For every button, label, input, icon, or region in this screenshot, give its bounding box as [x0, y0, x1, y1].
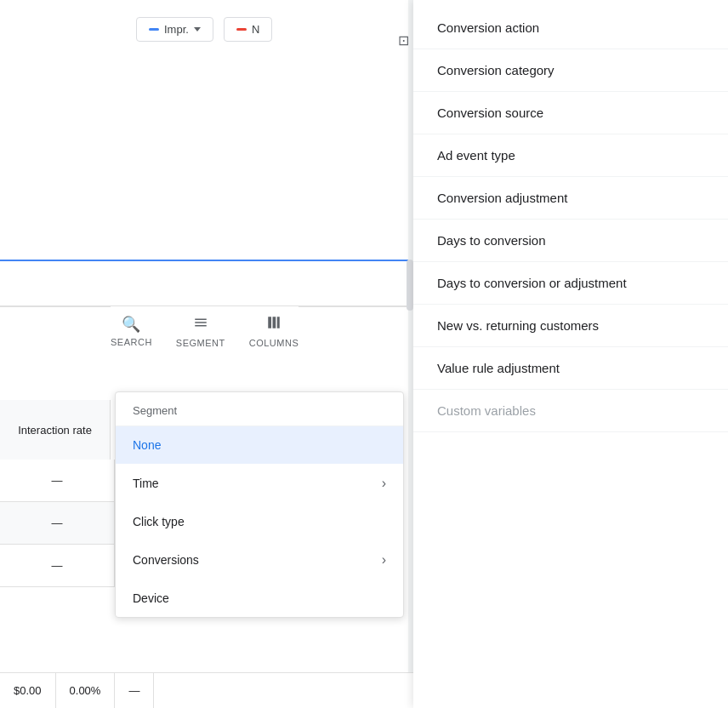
- impr-label: Impr.: [164, 23, 189, 36]
- interaction-rate-label: Interaction rate: [18, 424, 92, 437]
- column-label-ad-event-type: Ad event type: [437, 148, 515, 163]
- bottom-value-0: $0.00: [14, 684, 42, 697]
- column-label-conversion-adjustment: Conversion adjustment: [437, 191, 567, 205]
- chevron-right-icon: ›: [382, 476, 386, 491]
- bottom-value-2: —: [128, 684, 139, 697]
- table-row: —: [0, 502, 115, 545]
- impr-button[interactable]: Impr.: [136, 17, 213, 42]
- segment-device-item[interactable]: Device: [116, 580, 403, 617]
- column-label-value-rule-adjustment: Value rule adjustment: [437, 361, 560, 375]
- segment-label: SEGMENT: [176, 338, 225, 348]
- column-item-value-rule-adjustment[interactable]: Value rule adjustment: [413, 347, 728, 390]
- segment-click-type-item[interactable]: Click type: [116, 503, 403, 540]
- column-item-ad-event-type[interactable]: Ad event type: [413, 134, 728, 177]
- column-item-conversion-action[interactable]: Conversion action: [413, 7, 728, 49]
- toolbar-row: 🔍 SEARCH SEGMENT COLUMNS: [111, 306, 299, 357]
- search-icon: 🔍: [122, 315, 141, 334]
- segment-conversions-item[interactable]: Conversions ›: [116, 540, 403, 580]
- column-label-conversion-action: Conversion action: [437, 20, 539, 35]
- search-label: SEARCH: [111, 337, 152, 347]
- column-label-new-vs-returning: New vs. returning customers: [437, 318, 599, 333]
- column-label-conversion-source: Conversion source: [437, 106, 543, 120]
- impr-chevron-icon: [194, 27, 201, 31]
- table-row: —: [0, 545, 115, 587]
- segment-click-type-label: Click type: [133, 515, 185, 528]
- metric2-label: N: [252, 23, 259, 36]
- expand-icon[interactable]: ⊡: [398, 32, 409, 49]
- chart-toolbar: Impr. N: [136, 17, 272, 42]
- segment-panel: Segment None Time › Click type Conversio…: [115, 391, 404, 618]
- segment-toolbar-item[interactable]: SEGMENT: [176, 315, 225, 348]
- column-item-conversion-source[interactable]: Conversion source: [413, 92, 728, 134]
- scrollbar-hint[interactable]: [407, 260, 413, 311]
- segment-device-label: Device: [133, 591, 169, 605]
- bottom-value-1: 0.00%: [70, 684, 101, 697]
- segment-header-label: Segment: [133, 404, 177, 417]
- bottom-data-row: $0.00 0.00% —: [0, 672, 417, 708]
- bottom-cell-1: 0.00%: [56, 673, 116, 708]
- column-item-conversion-category[interactable]: Conversion category: [413, 49, 728, 92]
- column-label-conversion-category: Conversion category: [437, 63, 555, 77]
- table-cells: — — —: [0, 460, 115, 587]
- cell-value-1: —: [52, 517, 63, 529]
- column-label-days-to-conversion: Days to conversion: [437, 233, 546, 248]
- column-item-days-to-conversion[interactable]: Days to conversion: [413, 220, 728, 262]
- chart-line: [0, 260, 408, 261]
- columns-panel: Conversion action Conversion category Co…: [413, 0, 728, 708]
- bottom-cell-0: $0.00: [0, 673, 56, 708]
- cell-value-0: —: [52, 474, 63, 487]
- columns-list: Conversion action Conversion category Co…: [413, 0, 728, 439]
- segment-icon: [193, 315, 208, 334]
- impr-dot: [149, 28, 159, 31]
- segment-time-label: Time: [133, 477, 159, 490]
- metric2-button[interactable]: N: [224, 17, 272, 42]
- chevron-right-icon-2: ›: [382, 552, 386, 568]
- column-item-new-vs-returning[interactable]: New vs. returning customers: [413, 305, 728, 347]
- column-item-conversion-adjustment[interactable]: Conversion adjustment: [413, 177, 728, 220]
- segment-none-item[interactable]: None: [116, 426, 403, 464]
- search-toolbar-item[interactable]: 🔍 SEARCH: [111, 315, 152, 348]
- segment-panel-header: Segment: [116, 392, 403, 426]
- interaction-rate-header: Interaction rate: [0, 400, 111, 460]
- column-item-days-to-conversion-adjustment[interactable]: Days to conversion or adjustment: [413, 262, 728, 305]
- table-row: —: [0, 460, 115, 502]
- column-item-custom-variables: Custom variables: [413, 390, 728, 432]
- column-label-custom-variables: Custom variables: [437, 403, 536, 418]
- cell-value-2: —: [52, 559, 63, 572]
- segment-time-item[interactable]: Time ›: [116, 464, 403, 503]
- columns-toolbar-item[interactable]: COLUMNS: [249, 315, 299, 348]
- metric2-dot: [236, 28, 247, 31]
- segment-none-label: None: [133, 438, 161, 452]
- column-label-days-to-conversion-adjustment: Days to conversion or adjustment: [437, 276, 627, 290]
- columns-label: COLUMNS: [249, 338, 299, 348]
- columns-icon: [266, 315, 282, 334]
- segment-conversions-label: Conversions: [133, 553, 199, 567]
- bottom-cell-2: —: [115, 673, 154, 708]
